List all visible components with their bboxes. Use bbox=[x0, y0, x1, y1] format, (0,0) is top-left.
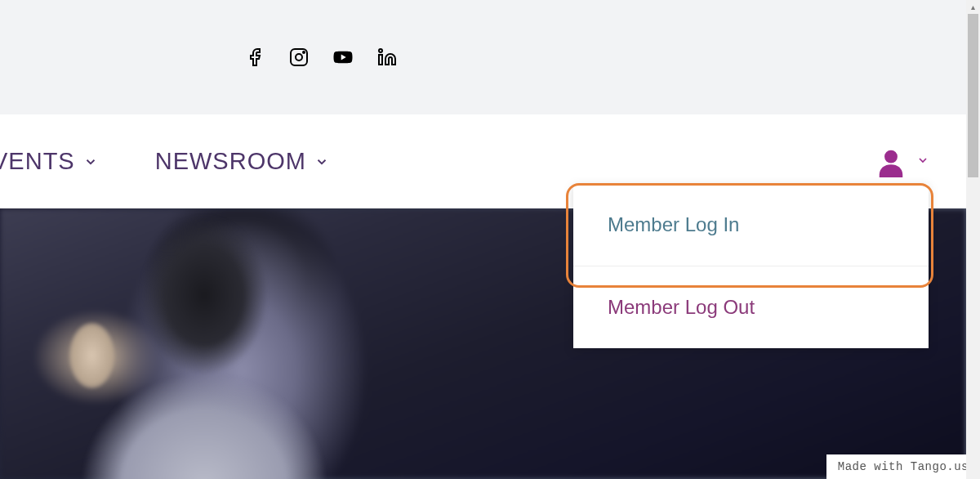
scrollbar-track[interactable]: ▴ bbox=[966, 0, 980, 479]
scrollbar-arrow-up-icon[interactable]: ▴ bbox=[966, 0, 980, 14]
watermark: Made with Tango.us bbox=[826, 454, 980, 479]
chevron-down-icon bbox=[314, 154, 329, 169]
svg-point-1 bbox=[296, 54, 302, 60]
facebook-icon[interactable] bbox=[245, 47, 265, 67]
chevron-down-icon bbox=[83, 154, 98, 169]
nav-items: VENTS NEWSROOM bbox=[0, 148, 329, 175]
dropdown-item-logout[interactable]: Member Log Out bbox=[573, 266, 929, 348]
account-dropdown-menu: Member Log In Member Log Out bbox=[573, 184, 929, 348]
scrollbar-thumb[interactable] bbox=[968, 14, 978, 177]
chevron-down-icon bbox=[916, 154, 929, 170]
svg-point-5 bbox=[884, 150, 898, 163]
instagram-icon[interactable] bbox=[289, 47, 309, 67]
dropdown-login-label: Member Log In bbox=[608, 213, 739, 235]
top-bar bbox=[0, 0, 966, 114]
account-menu-button[interactable] bbox=[875, 146, 929, 177]
dropdown-item-login[interactable]: Member Log In bbox=[573, 184, 929, 266]
youtube-icon[interactable] bbox=[333, 47, 353, 67]
svg-point-2 bbox=[303, 51, 305, 53]
linkedin-icon[interactable] bbox=[377, 47, 397, 67]
dropdown-logout-label: Member Log Out bbox=[608, 296, 755, 318]
avatar-icon bbox=[875, 146, 906, 177]
svg-point-4 bbox=[379, 49, 382, 52]
nav-item-newsroom[interactable]: NEWSROOM bbox=[155, 148, 329, 175]
hero-ear-detail bbox=[69, 323, 114, 388]
nav-label-newsroom: NEWSROOM bbox=[155, 148, 306, 175]
nav-label-events: VENTS bbox=[0, 148, 75, 175]
svg-rect-3 bbox=[379, 55, 382, 65]
watermark-text: Made with Tango.us bbox=[838, 460, 969, 473]
nav-item-events[interactable]: VENTS bbox=[0, 148, 98, 175]
social-icons-container bbox=[245, 47, 397, 67]
